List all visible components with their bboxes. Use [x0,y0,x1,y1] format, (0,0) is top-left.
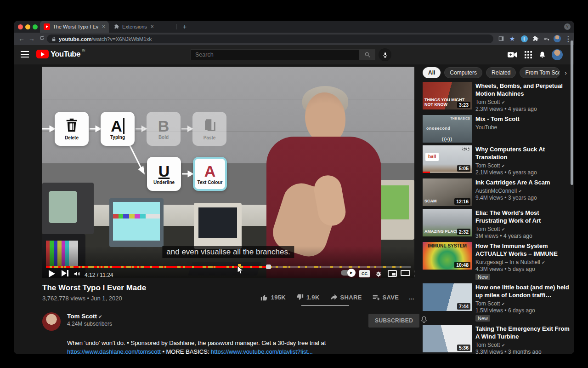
theater-button[interactable] [401,270,410,276]
segment-mark [214,266,215,268]
profile-avatar[interactable] [553,34,561,43]
subscribed-button[interactable]: SUBSCRIBED [368,314,419,328]
video-title: How one little boat (and me) held up mil… [475,283,572,299]
video-player[interactable]: DeleteATypingBBoldPaste UUnderlineAText … [42,67,414,278]
back-icon[interactable]: ← [17,34,26,43]
video-thumbnail[interactable]: THINGS YOU MIGHT NOT KNOW3:23 [423,82,472,109]
video-title: Mix - Tom Scott [475,115,572,123]
chip-all[interactable]: All [423,67,441,78]
progress-scrubber[interactable] [266,264,271,269]
play-button[interactable] [49,270,55,277]
mix-icon: ((•)) [442,136,453,142]
minimize-window-button[interactable] [25,24,30,29]
segment-mark [61,266,63,268]
recommended-video[interactable]: 5:36Taking The Emergency Exit From A Win… [423,325,572,354]
tab-search-icon[interactable]: v [564,23,571,30]
star-icon[interactable]: ★ [508,34,516,43]
tab-youtube[interactable]: The Worst Typo I Ever Made - × [40,21,109,33]
video-thumbnail[interactable]: 5:36 [423,325,472,352]
channel-name[interactable]: Tom Scott✔ [67,313,102,320]
segment-mark [132,266,134,268]
close-window-button[interactable] [18,24,23,29]
close-icon[interactable]: × [151,23,154,30]
recommended-video[interactable]: 7:44How one little boat (and me) held up… [423,283,572,322]
video-description: When 'undo' won't do. • Sponsored by Das… [67,339,389,354]
underline-icon: U [158,163,170,179]
recommended-video[interactable]: THINGS YOU MIGHT NOT KNOW3:23Wheels, Bom… [423,82,572,112]
channel-avatar[interactable] [42,312,61,331]
recommended-video[interactable]: IMMUNE SYSTEM10:48How The Immune System … [423,242,572,281]
segment-mark [82,266,85,268]
segment-mark [164,266,166,268]
segment-mark [232,266,234,268]
fullscreen-button[interactable] [413,270,414,277]
dislike-button[interactable]: 1.9K [296,293,320,301]
autoplay-toggle[interactable] [341,270,355,276]
description-link-dashlane[interactable]: https://www.dashlane.com/tomscott [67,348,161,354]
tab-title: Extensions [122,24,147,29]
recommended-video[interactable]: onosecondTHE BASICS((•))Mix - Tom ScottY… [423,115,572,143]
sidepanel-icon[interactable] [497,34,505,43]
video-thumbnail[interactable]: AMAZING PLACES2:32 [423,209,472,236]
flowchart-step-label: Bold [158,135,169,140]
volume-button[interactable] [73,270,82,277]
chips-chevron-right-icon[interactable]: › [565,69,566,76]
chip-related[interactable]: Related [486,67,516,78]
verified-badge-icon: ✔ [518,189,522,194]
youtube-logo[interactable]: YouTube IN [36,50,85,58]
new-tab-icon[interactable]: + [180,22,189,31]
reload-icon[interactable] [38,34,46,43]
segment-mark [339,266,342,268]
segment-mark [305,266,307,268]
tab-extensions[interactable]: Extensions × [110,21,175,33]
duration-badge: 2:32 [457,229,470,235]
save-button[interactable]: SAVE [372,293,399,301]
mic-button[interactable] [379,48,391,61]
description-link-playlist[interactable]: https://www.youtube.com/playlist?list... [211,348,313,354]
video-thumbnail[interactable]: IMMUNE SYSTEM10:48 [423,242,472,270]
puzzle-icon[interactable] [531,34,540,43]
url-path: /watch?v=X6NJkWbM1xk [92,36,152,42]
video-thumbnail[interactable]: onosecondTHE BASICS((•)) [423,115,472,143]
segment-mark [50,266,52,268]
segment-mark [64,266,66,268]
chip-from-tom-scot[interactable]: From Tom Scot [520,67,560,78]
url-bar[interactable]: youtube.com/watch?v=X6NJkWbM1xk [47,34,493,43]
more-actions-button[interactable]: ... [409,294,414,301]
search-button[interactable] [360,49,375,60]
progress-bar[interactable] [46,266,411,268]
thumb-down-icon [296,293,304,301]
zoom-window-button[interactable] [33,24,38,29]
youtube-country-code: IN [82,49,85,52]
account-avatar[interactable] [552,49,563,60]
miniplayer-button[interactable] [388,270,397,277]
next-icon [62,270,67,276]
forward-icon[interactable]: → [28,34,36,43]
video-thumbnail[interactable]: 7:44 [423,283,472,311]
verified-badge-icon: ✔ [502,100,505,105]
create-video-icon[interactable] [508,50,517,59]
video-thumbnail[interactable]: SCAM12:16 [423,178,472,206]
flowchart-overlay: DeleteATypingBBoldPaste UUnderlineAText … [42,108,244,214]
video-thumbnail[interactable]: ball⚽⚽5:05 [423,145,472,173]
next-button[interactable] [62,270,68,276]
recommended-video[interactable]: SCAM12:16Ink Cartridges Are A ScamAustin… [423,178,572,206]
like-button[interactable]: 195K [260,293,286,301]
video-title: The Worst Typo I Ever Made [42,283,146,293]
share-button[interactable]: SHARE [330,293,362,301]
segment-mark [400,266,401,268]
apps-grid-icon[interactable] [524,50,533,59]
hamburger-icon[interactable] [21,51,29,58]
recommended-video[interactable]: AMAZING PLACES2:32Elia: The World's Most… [423,209,572,239]
bell-icon[interactable] [537,50,547,59]
search-box[interactable] [191,49,360,60]
search-input[interactable] [195,52,355,58]
close-icon[interactable]: × [102,23,105,30]
recommended-video[interactable]: ball⚽⚽5:05Why Computers Suck At Translat… [423,145,572,176]
scrollbar[interactable] [571,40,573,185]
youtube-page: YouTube IN [14,45,574,354]
captions-button[interactable]: CC [359,270,370,277]
chip-computers[interactable]: Computers [444,67,482,78]
tampermonkey-icon[interactable]: t [520,34,528,43]
reading-list-icon[interactable] [543,34,551,43]
